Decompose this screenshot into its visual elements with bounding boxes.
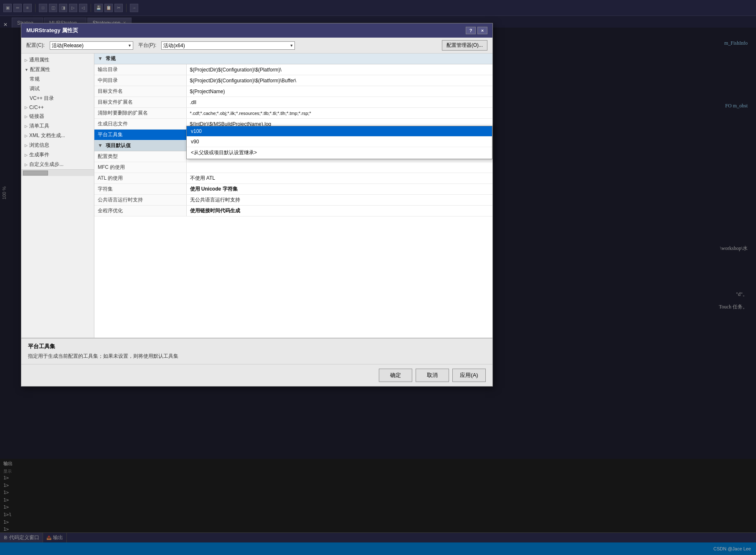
cancel-button[interactable]: 取消 <box>416 369 449 382</box>
prop-value-intermediate-dir: $(ProjectDir)$(Configuration)\$(Platform… <box>186 75 492 86</box>
prop-row-target-ext[interactable]: 目标文件扩展名 .dll <box>94 97 492 108</box>
description-text: 指定用于生成当前配置的工具集；如果未设置，则将使用默认工具集 <box>28 353 486 360</box>
dropdown-item-inherit[interactable]: <从父级或项目默认设置继承> <box>187 147 492 159</box>
tree-item-cpp[interactable]: ▷ C/C++ <box>21 103 94 112</box>
tree-item-debug[interactable]: 调试 <box>21 84 94 94</box>
prop-row-clr[interactable]: 公共语言运行时支持 无公共语言运行时支持 <box>94 195 492 206</box>
tree-label-cpp: C/C++ <box>29 104 44 110</box>
prop-name-atl: ATL 的使用 <box>94 173 186 184</box>
dialog-title: MURStrategy 属性页 <box>26 27 78 34</box>
tree-arrow-xml: ▷ <box>25 134 28 138</box>
tree-arrow-linker: ▷ <box>25 115 28 119</box>
properties-dialog: MURStrategy 属性页 ? × 配置(C): 活动(Release) 平… <box>21 23 493 387</box>
prop-value-clr: 无公共语言运行时支持 <box>186 195 492 206</box>
platform-label: 平台(P): <box>138 42 156 49</box>
prop-name-config-type: 配置类型 <box>94 151 186 162</box>
dropdown-item-v100[interactable]: v100 <box>187 126 492 137</box>
prop-row-charset[interactable]: 字符集 使用 Unicode 字符集 <box>94 184 492 195</box>
tree-item-general[interactable]: 常规 <box>21 74 94 84</box>
dialog-footer: 确定 取消 应用(A) <box>21 364 492 386</box>
prop-value-target-ext: .dll <box>186 97 492 108</box>
tree-label-custom-build: 自定义生成步... <box>29 161 63 168</box>
section-header-general: ▼ 常规 <box>94 53 492 64</box>
prop-row-mfc[interactable]: MFC 的使用 <box>94 162 492 173</box>
help-button[interactable]: ? <box>466 27 476 34</box>
prop-name-clr: 公共语言运行时支持 <box>94 195 186 206</box>
prop-name-clean-ext: 清除时要删除的扩展名 <box>94 108 186 119</box>
tree-item-xml-doc[interactable]: ▷ XML 文档生成... <box>21 131 94 140</box>
dropdown-item-v90[interactable]: v90 <box>187 137 492 147</box>
tree-item-vc-dirs[interactable]: VC++ 目录 <box>21 94 94 103</box>
prop-name-intermediate-dir: 中间目录 <box>94 75 186 86</box>
prop-row-whole-prog[interactable]: 全程序优化 使用链接时间代码生成 <box>94 206 492 216</box>
tree-item-general-props[interactable]: ▷ 通用属性 <box>21 55 94 65</box>
tree-label-manifest: 清单工具 <box>29 122 49 130</box>
prop-value-clean-ext: *.cdf;*.cache;*.obj;*.ilk;*.resources;*.… <box>186 108 492 119</box>
prop-name-platform-toolset: 平台工具集 <box>94 130 186 140</box>
platform-select-wrapper: 活动(x64) <box>161 41 295 50</box>
tree-arrow-general: ▷ <box>25 58 28 62</box>
apply-button[interactable]: 应用(A) <box>452 369 486 382</box>
section-expand-marker-2: ▼ <box>98 143 103 148</box>
prop-value-target-name: $(ProjectName) <box>186 86 492 97</box>
tree-item-build-events[interactable]: ▷ 生成事件 <box>21 150 94 160</box>
tree-item-browse[interactable]: ▷ 浏览信息 <box>21 140 94 150</box>
tree-label-config-props: 配置属性 <box>30 66 50 73</box>
config-manager-button[interactable]: 配置管理器(O)... <box>442 40 487 51</box>
section-expand-marker: ▼ <box>98 56 103 61</box>
tree-item-linker[interactable]: ▷ 链接器 <box>21 112 94 121</box>
config-bar: 配置(C): 活动(Release) 平台(P): 活动(x64) 配置管理器(… <box>21 38 492 53</box>
tree-scrollbar[interactable] <box>21 169 94 176</box>
tree-arrow-custom: ▷ <box>25 163 28 167</box>
section-project-defaults-label: 项目默认值 <box>106 143 131 148</box>
tree-label-vc-dirs: VC++ 目录 <box>30 95 54 102</box>
tree-label-general-props: 通用属性 <box>29 56 49 64</box>
tree-item-manifest[interactable]: ▷ 清单工具 <box>21 121 94 131</box>
prop-row-clean-ext[interactable]: 清除时要删除的扩展名 *.cdf;*.cache;*.obj;*.ilk;*.r… <box>94 108 492 119</box>
prop-value-charset: 使用 Unicode 字符集 <box>186 184 492 195</box>
prop-row-atl[interactable]: ATL 的使用 不使用 ATL <box>94 173 492 184</box>
tree-label-general: 常规 <box>30 76 40 83</box>
prop-row-output-dir[interactable]: 输出目录 $(ProjectDir)$(Configuration)\$(Pla… <box>94 64 492 75</box>
tree-label-xml-doc: XML 文档生成... <box>29 132 65 139</box>
prop-name-target-ext: 目标文件扩展名 <box>94 97 186 108</box>
prop-name-whole-prog: 全程序优化 <box>94 206 186 216</box>
content-panel: ▼ 常规 输出目录 $(ProjectDir)$(Configuration)\… <box>94 53 492 338</box>
tree-panel: ▷ 通用属性 ▼ 配置属性 常规 调试 VC++ 目录 ▷ C/C++ ▷ <box>21 53 94 338</box>
prop-value-atl: 不使用 ATL <box>186 173 492 184</box>
prop-name-build-log: 生成日志文件 <box>94 119 186 130</box>
tree-item-config-props[interactable]: ▼ 配置属性 <box>21 65 94 74</box>
prop-value-whole-prog: 使用链接时间代码生成 <box>186 206 492 216</box>
prop-name-charset: 字符集 <box>94 184 186 195</box>
tree-arrow-browse: ▷ <box>25 143 28 148</box>
prop-value-output-dir: $(ProjectDir)$(Configuration)\$(Platform… <box>186 64 492 75</box>
close-button[interactable]: × <box>477 27 487 34</box>
prop-row-target-name[interactable]: 目标文件名 $(ProjectName) <box>94 86 492 97</box>
prop-name-target-name: 目标文件名 <box>94 86 186 97</box>
titlebar-buttons: ? × <box>466 27 487 34</box>
description-title: 平台工具集 <box>28 343 486 350</box>
tree-arrow-build: ▷ <box>25 153 28 157</box>
tree-arrow-cpp: ▷ <box>25 105 28 109</box>
platform-toolset-dropdown: v100 v90 <从父级或项目默认设置继承> <box>186 126 492 159</box>
ok-button[interactable]: 确定 <box>379 369 412 382</box>
description-section: 平台工具集 指定用于生成当前配置的工具集；如果未设置，则将使用默认工具集 <box>21 338 492 364</box>
prop-name-mfc: MFC 的使用 <box>94 162 186 173</box>
scroll-thumb[interactable] <box>23 171 48 176</box>
config-select[interactable]: 活动(Release) <box>50 41 133 50</box>
tree-arrow-manifest: ▷ <box>25 124 28 128</box>
tree-label-build-events: 生成事件 <box>29 151 49 158</box>
prop-value-mfc <box>186 162 492 173</box>
dialog-titlebar: MURStrategy 属性页 ? × <box>21 23 492 38</box>
tree-label-browse: 浏览信息 <box>29 142 49 149</box>
tree-label-linker: 链接器 <box>29 113 44 120</box>
section-general-label: 常规 <box>106 56 116 61</box>
tree-item-custom-build[interactable]: ▷ 自定义生成步... <box>21 160 94 169</box>
dialog-body: ▷ 通用属性 ▼ 配置属性 常规 调试 VC++ 目录 ▷ C/C++ ▷ <box>21 53 492 338</box>
prop-name-output-dir: 输出目录 <box>94 64 186 75</box>
platform-select[interactable]: 活动(x64) <box>161 41 295 50</box>
config-select-wrapper: 活动(Release) <box>50 41 133 50</box>
config-label: 配置(C): <box>26 42 45 49</box>
prop-row-intermediate-dir[interactable]: 中间目录 $(ProjectDir)$(Configuration)\$(Pla… <box>94 75 492 86</box>
tree-label-debug: 调试 <box>30 85 40 92</box>
